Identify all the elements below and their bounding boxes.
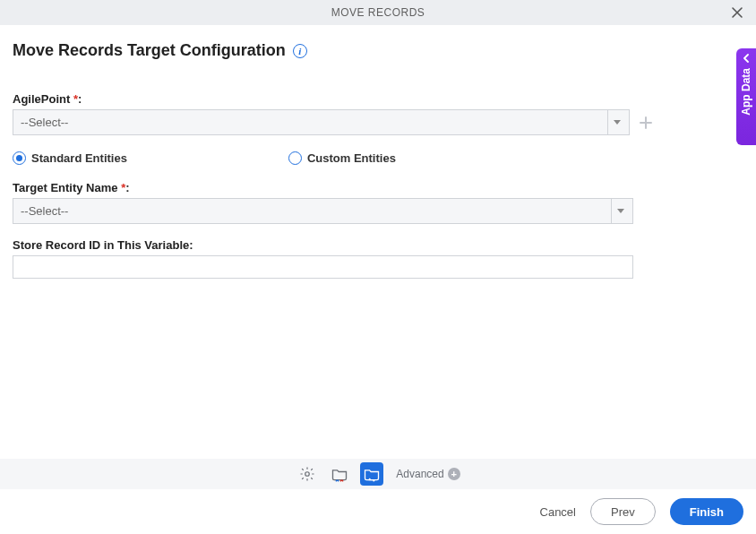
field-store-variable: Store Record ID in This Variable: xyxy=(13,238,743,279)
agilepoint-selected-text: --Select-- xyxy=(21,116,68,129)
field-agilepoint: AgilePoint *: --Select-- xyxy=(13,92,743,135)
folder-out-icon[interactable] xyxy=(328,462,351,486)
page-content: Move Records Target Configuration i Agil… xyxy=(0,25,756,279)
entity-type-radio-group: Standard Entities Custom Entities xyxy=(13,151,743,165)
svg-point-0 xyxy=(305,472,310,477)
radio-standard-label: Standard Entities xyxy=(31,151,127,165)
chevron-down-icon xyxy=(607,110,625,134)
gear-icon[interactable] xyxy=(296,462,319,486)
close-icon[interactable] xyxy=(731,6,743,19)
page-heading: Move Records Target Configuration i xyxy=(13,41,743,60)
agilepoint-select[interactable]: --Select-- xyxy=(13,109,630,135)
advanced-toggle[interactable]: Advanced + xyxy=(396,468,460,480)
target-entity-select[interactable]: --Select-- xyxy=(13,198,633,224)
store-variable-input[interactable] xyxy=(13,255,633,279)
add-agilepoint-button[interactable] xyxy=(639,116,653,130)
title-text: MOVE RECORDS xyxy=(331,6,425,19)
prev-button[interactable]: Prev xyxy=(590,498,656,525)
target-entity-label: Target Entity Name *: xyxy=(13,181,743,194)
footer-actions: Cancel Prev Finish xyxy=(0,489,756,534)
radio-custom-label: Custom Entities xyxy=(307,151,396,165)
plus-circle-icon: + xyxy=(448,468,460,480)
cancel-button[interactable]: Cancel xyxy=(540,505,576,519)
chevron-down-icon xyxy=(611,199,629,223)
app-data-panel-toggle[interactable]: App Data xyxy=(736,48,756,145)
field-target-entity: Target Entity Name *: --Select-- xyxy=(13,181,743,224)
radio-custom-entities[interactable]: Custom Entities xyxy=(288,151,396,165)
chevron-left-icon xyxy=(742,54,751,63)
agilepoint-label: AgilePoint *: xyxy=(13,92,743,106)
app-data-label: App Data xyxy=(740,68,752,116)
finish-button[interactable]: Finish xyxy=(670,498,743,525)
bottom-toolbar: Advanced + xyxy=(0,459,756,489)
radio-standard-entities[interactable]: Standard Entities xyxy=(13,151,127,165)
title-bar: MOVE RECORDS xyxy=(0,0,756,25)
target-entity-selected-text: --Select-- xyxy=(21,204,68,218)
page-title: Move Records Target Configuration xyxy=(13,41,286,60)
store-variable-label: Store Record ID in This Variable: xyxy=(13,238,743,252)
advanced-label: Advanced xyxy=(396,468,443,480)
radio-selected-icon xyxy=(13,151,26,165)
folder-swap-icon[interactable] xyxy=(360,462,383,486)
agilepoint-select-row: --Select-- xyxy=(13,109,743,135)
radio-unselected-icon xyxy=(288,151,302,165)
info-icon[interactable]: i xyxy=(293,44,307,58)
